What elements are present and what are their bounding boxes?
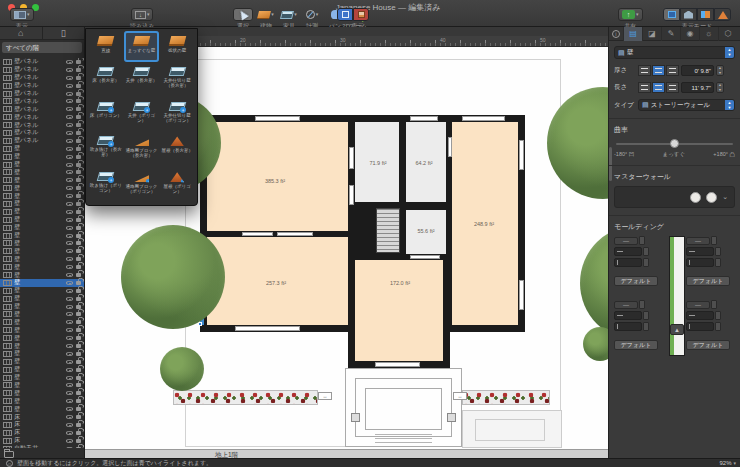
unlock-icon[interactable] bbox=[76, 431, 81, 435]
view-mode-elevation-button[interactable] bbox=[714, 8, 731, 21]
window[interactable] bbox=[462, 116, 505, 121]
unlock-icon[interactable] bbox=[76, 186, 81, 190]
unlock-icon[interactable] bbox=[76, 131, 81, 135]
unlock-icon[interactable] bbox=[76, 289, 81, 293]
planter[interactable] bbox=[351, 413, 360, 422]
molding-height-field[interactable] bbox=[614, 322, 642, 331]
eye-icon[interactable] bbox=[66, 178, 73, 182]
eye-icon[interactable] bbox=[66, 439, 73, 443]
tab-camera[interactable]: ◉ bbox=[680, 27, 699, 41]
window[interactable] bbox=[235, 326, 300, 331]
molding-width-field[interactable] bbox=[614, 247, 642, 256]
eye-icon[interactable] bbox=[66, 107, 73, 111]
eye-icon[interactable] bbox=[66, 234, 73, 238]
eye-icon[interactable] bbox=[66, 226, 73, 230]
stepper[interactable] bbox=[715, 247, 721, 256]
eye-icon[interactable] bbox=[66, 194, 73, 198]
tool-popup-item[interactable]: 天井（ポリゴン） bbox=[124, 97, 160, 132]
eye-icon[interactable] bbox=[66, 320, 73, 324]
eye-icon[interactable] bbox=[66, 99, 73, 103]
align-center-button[interactable] bbox=[652, 65, 665, 76]
wall-handle[interactable] bbox=[198, 322, 202, 326]
unlock-icon[interactable] bbox=[76, 297, 81, 301]
stepper[interactable] bbox=[715, 258, 721, 267]
eye-icon[interactable] bbox=[66, 297, 73, 301]
new-folder-icon[interactable] bbox=[4, 451, 14, 458]
eye-icon[interactable] bbox=[66, 249, 73, 253]
window[interactable] bbox=[410, 116, 438, 121]
unlock-icon[interactable] bbox=[76, 202, 81, 206]
door-opening[interactable] bbox=[349, 147, 354, 169]
measure-inside-button[interactable] bbox=[666, 82, 679, 93]
eye-icon[interactable] bbox=[66, 352, 73, 356]
eye-icon[interactable] bbox=[66, 336, 73, 340]
tool-popup-item[interactable]: まっすぐな壁 bbox=[124, 31, 160, 62]
stepper[interactable] bbox=[715, 322, 721, 331]
unlock-icon[interactable] bbox=[76, 423, 81, 427]
info-icon[interactable]: i bbox=[612, 30, 620, 38]
eye-icon[interactable] bbox=[66, 202, 73, 206]
eye-icon[interactable] bbox=[66, 92, 73, 96]
unlock-icon[interactable] bbox=[76, 360, 81, 364]
master-wall-select[interactable]: ⌄ bbox=[614, 186, 735, 208]
stepper[interactable]: ▲▼ bbox=[716, 82, 724, 93]
molding-profile-select[interactable]: — bbox=[686, 237, 710, 245]
unlock-icon[interactable] bbox=[76, 281, 81, 285]
molding-width-field[interactable] bbox=[686, 247, 714, 256]
unlock-icon[interactable] bbox=[76, 257, 81, 261]
length-field[interactable]: 11' 9.7" bbox=[681, 82, 714, 93]
flower-bed-left[interactable] bbox=[173, 390, 318, 405]
wall-type-select[interactable]: ▤ ストーリーウォール ▲▼ bbox=[638, 99, 735, 111]
tool-popup-item[interactable]: 弧状の壁 bbox=[159, 31, 195, 62]
room-top-left[interactable] bbox=[207, 122, 348, 231]
eye-icon[interactable] bbox=[66, 139, 73, 143]
thickness-field[interactable]: 0' 9.8" bbox=[681, 65, 714, 76]
eye-icon[interactable] bbox=[66, 68, 73, 72]
stepper[interactable] bbox=[643, 311, 649, 320]
unlock-icon[interactable] bbox=[76, 68, 81, 72]
unlock-icon[interactable] bbox=[76, 336, 81, 340]
unlock-icon[interactable] bbox=[76, 344, 81, 348]
tree[interactable] bbox=[580, 225, 608, 341]
unlock-icon[interactable] bbox=[76, 352, 81, 356]
window[interactable] bbox=[519, 140, 524, 170]
window-opening[interactable] bbox=[277, 232, 313, 236]
molding-height-field[interactable] bbox=[686, 322, 714, 331]
eye-icon[interactable] bbox=[66, 305, 73, 309]
mode-3d-button[interactable] bbox=[353, 8, 369, 21]
tab-pages[interactable]: ▯ bbox=[43, 27, 85, 39]
eye-icon[interactable] bbox=[66, 218, 73, 222]
stepper[interactable] bbox=[711, 236, 717, 245]
stairs[interactable] bbox=[376, 208, 400, 253]
eye-icon[interactable] bbox=[66, 384, 73, 388]
door-to-deck[interactable] bbox=[375, 362, 420, 367]
zoom-level[interactable]: 92%▾ bbox=[719, 460, 736, 466]
slider-knob[interactable] bbox=[670, 139, 679, 148]
eye-icon[interactable] bbox=[66, 376, 73, 380]
unlock-icon[interactable] bbox=[76, 123, 81, 127]
eye-icon[interactable] bbox=[66, 115, 73, 119]
eye-icon[interactable] bbox=[66, 265, 73, 269]
eye-icon[interactable] bbox=[66, 186, 73, 190]
eye-icon[interactable] bbox=[66, 155, 73, 159]
unlock-icon[interactable] bbox=[76, 218, 81, 222]
molding-width-field[interactable] bbox=[614, 311, 642, 320]
list-item[interactable]: 自動天井 bbox=[0, 445, 84, 448]
bush[interactable] bbox=[160, 347, 204, 391]
planter[interactable] bbox=[447, 413, 456, 422]
molding-warning-button[interactable]: ▲ bbox=[670, 324, 684, 335]
eye-icon[interactable] bbox=[66, 289, 73, 293]
eye-icon[interactable] bbox=[66, 399, 73, 403]
tab-library[interactable]: ⬡ bbox=[718, 27, 737, 41]
eye-icon[interactable] bbox=[66, 281, 73, 285]
window-opening[interactable] bbox=[242, 232, 273, 236]
align-left-button[interactable] bbox=[638, 65, 651, 76]
eye-icon[interactable] bbox=[66, 257, 73, 261]
eye-icon[interactable] bbox=[66, 76, 73, 80]
eye-icon[interactable] bbox=[66, 415, 73, 419]
unlock-icon[interactable] bbox=[76, 194, 81, 198]
tool-popup-item[interactable]: 天井（長方形） bbox=[124, 62, 160, 97]
tab-edit[interactable]: ✎ bbox=[661, 27, 680, 41]
tool-popup-item[interactable]: 屋根（ポリゴン） bbox=[159, 167, 195, 203]
tool-popup-item[interactable]: 屋根（長方形） bbox=[159, 131, 195, 167]
